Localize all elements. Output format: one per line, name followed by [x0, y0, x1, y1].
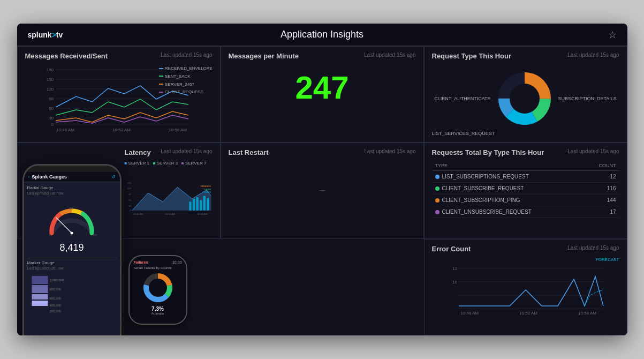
legend-received: RECEIVED_ENVELOPE: [165, 66, 212, 71]
watch-mockup: Failures 10:03 Server Failures by Countr…: [128, 255, 187, 325]
table-row: LIST_SUBSCRIPTIONS_REQUEST 12: [432, 171, 619, 183]
phone-marker-section: Marker Gauge Last updated just now 1,000…: [27, 258, 117, 318]
svg-rect-62: [32, 276, 48, 284]
row-type-2: CLIENT_SUBSCRIBE_REQUEST: [432, 183, 585, 195]
svg-point-22: [510, 84, 540, 114]
donut-label-left: CLIENT_AUTHENTICATE: [434, 96, 490, 101]
legend-server: SERVER_2467: [165, 82, 194, 87]
svg-point-75: [149, 279, 166, 296]
donut-label-right: SUBSCRIPTION_DETAILS: [558, 96, 617, 101]
messages-legend: RECEIVED_ENVELOPE SENT_BACK SERVER_2467 …: [159, 64, 212, 96]
watch-time: 10:03: [172, 260, 182, 264]
phone-app-name: Splunk Gauges: [32, 174, 67, 180]
svg-text:0: 0: [130, 210, 131, 212]
svg-text:120: 120: [127, 188, 131, 190]
phone-screen: ‹ Splunk Gauges ↺ Radial Gauge Last upda…: [24, 172, 120, 335]
svg-text:180: 180: [46, 68, 54, 72]
watch-header: Failures 10:03: [134, 260, 182, 264]
donut-svg: [495, 69, 554, 128]
svg-text:30: 30: [49, 116, 54, 121]
svg-text:10:46 AM: 10:46 AM: [460, 311, 479, 316]
row-count-3: 144: [584, 195, 619, 206]
svg-text:90: 90: [49, 96, 54, 101]
svg-text:CACHE: CACHE: [203, 189, 211, 191]
svg-text:200,000: 200,000: [49, 310, 61, 313]
donut-chart-container: CLIENT_AUTHENTICATE SUBSCRIPTION_DETAILS…: [432, 61, 619, 136]
last-restart-placeholder: —: [319, 186, 325, 193]
svg-text:30: 30: [128, 205, 131, 207]
svg-text:100: 100: [92, 234, 97, 236]
panel-updated-mpm: Last updated 15s ago: [364, 52, 415, 58]
phone-section-marker: Marker Gauge: [27, 260, 117, 265]
table-row: CLIENT_UNSUBSCRIBE_REQUEST 17: [432, 206, 619, 218]
svg-text:10: 10: [452, 280, 457, 285]
panel-requests-total: Requests Total By Type This Hour Last up…: [424, 143, 627, 239]
panel-updated-messages: Last updated 15s ago: [161, 52, 212, 58]
row-type-1: LIST_SUBSCRIPTIONS_REQUEST: [432, 171, 585, 183]
svg-text:10:58 AM: 10:58 AM: [169, 128, 187, 132]
watch-country-label: Australia: [134, 312, 182, 315]
latency-svg: 150 120 90 60 30 0: [125, 167, 213, 231]
phone-mockup: ‹ Splunk Gauges ↺ Radial Gauge Last upda…: [22, 164, 122, 335]
header: splunk>tv Application Insights ☆: [17, 24, 627, 46]
phone-header: ‹ Splunk Gauges ↺: [24, 172, 120, 182]
phone-content: Radial Gauge Last updated just now: [24, 182, 120, 321]
panel-updated-requests-total: Last updated 15s ago: [567, 148, 619, 154]
panel-updated-last-restart: Last updated 15s ago: [364, 148, 415, 154]
svg-text:150: 150: [46, 77, 54, 82]
svg-text:50: 50: [70, 207, 73, 210]
legend-sent: SENT_BACK: [165, 74, 191, 79]
watch-title: Failures: [134, 260, 148, 264]
svg-rect-63: [32, 285, 48, 293]
svg-text:600,000: 600,000: [49, 297, 61, 300]
phone-bars-svg: 1,000,000 800,000 600,000 400,000 200,00…: [27, 273, 117, 316]
phone-back-button[interactable]: ‹: [28, 174, 30, 180]
svg-point-58: [71, 232, 73, 235]
error-svg: 12 10 10:46 AM 10:52 AM 10:58 AM: [432, 263, 619, 317]
row-type-3: CLIENT_SUBSCRIPTION_PING: [432, 195, 585, 206]
svg-text:10:58 AM: 10:58 AM: [578, 311, 596, 316]
svg-rect-36: [189, 201, 191, 210]
phone-marker-updated: Last updated just now: [27, 266, 117, 270]
svg-text:1,000,000: 1,000,000: [49, 279, 64, 282]
panel-messages-per-minute: Messages per Minute Last updated 15s ago…: [221, 46, 424, 143]
messages-chart-area: RECEIVED_ENVELOPE SENT_BACK SERVER_2467 …: [25, 64, 213, 134]
svg-text:10:52 AM: 10:52 AM: [165, 213, 175, 215]
col-count: COUNT: [584, 161, 619, 171]
col-type: TYPE: [432, 161, 585, 171]
row-count-4: 17: [584, 206, 619, 218]
row-count-1: 12: [584, 171, 619, 183]
dashboard-grid: Messages Received/Sent Last updated 15s …: [17, 46, 627, 335]
latency-chart-content: ■ SERVER 1 ■ SERVER 3 ■ SERVER 7 150 120: [125, 161, 213, 233]
dashboard-container: splunk>tv Application Insights ☆ Message…: [17, 24, 627, 335]
table-row: CLIENT_SUBSCRIBE_REQUEST 116: [432, 183, 619, 195]
svg-rect-65: [32, 301, 48, 306]
svg-text:12: 12: [452, 266, 457, 271]
svg-text:PUBSUB: PUBSUB: [202, 191, 211, 193]
panel-request-type: Request Type This Hour Last updated 15s …: [424, 46, 627, 143]
table-row: CLIENT_SUBSCRIPTION_PING 144: [432, 195, 619, 206]
panel-updated-request-type: Last updated 15s ago: [567, 52, 619, 58]
error-forecast-label: FORECAST: [432, 257, 619, 262]
svg-text:DATABASE: DATABASE: [200, 185, 211, 188]
favorite-icon[interactable]: ☆: [608, 29, 617, 41]
watch-donut-area: [134, 272, 182, 304]
phone-reload-icon[interactable]: ↺: [111, 174, 116, 180]
requests-table: TYPE COUNT LIST_SUBSCRIPTIONS_REQUEST 12…: [432, 161, 619, 218]
legend-client: CLIENT_REQUEST: [165, 89, 203, 94]
watch-donut-svg: [142, 272, 174, 304]
svg-text:0: 0: [51, 122, 54, 127]
svg-rect-38: [196, 197, 198, 211]
svg-text:10:58 AM: 10:58 AM: [197, 213, 207, 215]
svg-text:10:52 AM: 10:52 AM: [519, 311, 537, 316]
panel-updated-latency: Last updated 15s ago: [161, 148, 212, 154]
watch-percentage: 7.3%: [134, 306, 182, 312]
row-type-4: CLIENT_UNSUBSCRIBE_REQUEST: [432, 206, 585, 218]
panel-messages-received-sent: Messages Received/Sent Last updated 15s …: [17, 46, 221, 143]
svg-text:400,000: 400,000: [49, 304, 61, 307]
messages-per-minute-value: 247: [229, 61, 416, 115]
panel-last-restart: Last Restart Last updated 15s ago —: [221, 143, 424, 239]
svg-text:10:46 AM: 10:46 AM: [133, 213, 143, 215]
row-count-2: 116: [584, 183, 619, 195]
svg-rect-41: [207, 198, 209, 211]
